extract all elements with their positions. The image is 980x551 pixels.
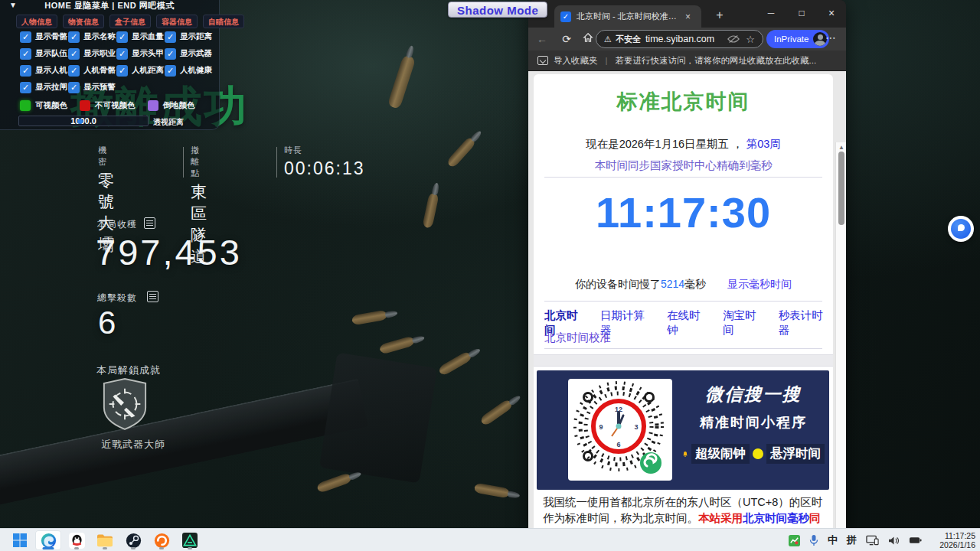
- speaker-tray-icon[interactable]: [888, 536, 900, 546]
- checkbox-show-switch[interactable]: ✓显示拉闸: [20, 81, 68, 93]
- harvest-value: 797,453: [96, 231, 242, 273]
- taskbar-green-triangle-app-button[interactable]: [177, 530, 203, 550]
- bullet-decoration: [387, 54, 416, 109]
- nav-time-calibration[interactable]: 北京时间校准: [544, 331, 611, 345]
- footer-paragraph: 我国统一使用首都北京所在的东八时区（UTC+8）的区时作为标准时间，称为北京时间…: [543, 494, 825, 528]
- checkbox-show-name[interactable]: ✓显示名称: [68, 31, 116, 43]
- bullet-decoration: [446, 136, 476, 169]
- sync-source-link[interactable]: 本时间同步国家授时中心精确到毫秒: [534, 158, 833, 173]
- new-tab-button[interactable]: +: [710, 6, 729, 24]
- eye-slash-icon[interactable]: [727, 34, 740, 44]
- back-icon[interactable]: ←: [534, 31, 550, 47]
- qr-code: 12 3 6 9: [568, 379, 672, 481]
- running-indicator: [103, 547, 107, 549]
- alarm-chip: 超级闹钟: [691, 444, 750, 464]
- tab-loot-info[interactable]: 物资信息: [63, 15, 104, 28]
- magazine-decoration: [319, 353, 437, 484]
- checkbox-bot-skeleton[interactable]: ✓人机骨骼: [68, 64, 116, 77]
- bullet-decoration: [316, 472, 353, 494]
- taskbar-clock[interactable]: 11:17:25 2026/1/16: [933, 531, 975, 549]
- checkbox-checked-icon: ✓: [116, 48, 128, 60]
- tray-date: 2026/1/16: [933, 540, 975, 549]
- url-text[interactable]: time.syiban.com: [645, 34, 727, 44]
- downed-color-swatch[interactable]: [148, 100, 158, 111]
- bookmarks-bar: 导入收藏夹 | 若要进行快速访问，请将你的网址收藏放在此收藏...: [528, 51, 846, 71]
- checkbox-show-armor[interactable]: ✓显示头甲: [116, 47, 165, 60]
- import-favorites-label[interactable]: 导入收藏夹: [554, 55, 598, 67]
- tab-aimbot-info[interactable]: 自瞄信息: [203, 15, 244, 28]
- minimize-button[interactable]: ─: [756, 0, 786, 26]
- battery-tray-icon[interactable]: [909, 536, 922, 545]
- checkbox-checked-icon: ✓: [165, 48, 176, 60]
- checkbox-checked-icon: ✓: [165, 31, 176, 43]
- checkbox-show-class[interactable]: ✓显示职业: [68, 47, 116, 60]
- checkbox-show-health[interactable]: ✓显示血量: [116, 31, 165, 43]
- inprivate-badge[interactable]: InPrivate: [766, 30, 829, 48]
- home-icon[interactable]: [580, 31, 596, 47]
- knife-decoration: [0, 379, 368, 510]
- tab-character-info[interactable]: 人物信息: [16, 15, 57, 28]
- checkbox-show-bots[interactable]: ✓显示人机: [20, 64, 68, 77]
- maximize-button[interactable]: □: [787, 0, 816, 26]
- nav-stopwatch[interactable]: 秒表计时器: [779, 308, 833, 337]
- checkbox-checked-icon: ✓: [68, 48, 80, 60]
- scroll-up-icon[interactable]: ▲: [836, 144, 846, 151]
- checkbox-show-team[interactable]: ✓显示队伍: [20, 47, 68, 60]
- floating-assistant-button[interactable]: [948, 216, 974, 242]
- wechat-qr-banner[interactable]: 12 3 6 9 微信搜一搜: [537, 370, 829, 490]
- taskbar: 中 拼 11:17:25 2026/1/16: [0, 528, 980, 551]
- shield-crosshair-knife-icon: [101, 378, 149, 430]
- taskbar-steam-button[interactable]: [120, 530, 146, 550]
- bullet-decoration: [351, 310, 388, 326]
- taskbar-explorer-button[interactable]: [92, 530, 118, 550]
- address-bar[interactable]: ⚠ 不安全 time.syiban.com ☆: [596, 30, 763, 48]
- settings-menu-icon[interactable]: ⋯: [825, 31, 836, 44]
- cast-monitor-tray-icon[interactable]: [866, 535, 879, 546]
- browser-tab[interactable]: ✓ 北京时间 - 北京时间校准精确到毫秒 ×: [554, 5, 701, 28]
- running-indicator: [188, 547, 192, 549]
- nav-taobao-time[interactable]: 淘宝时间: [723, 308, 766, 337]
- nav-online-clock[interactable]: 在线时钟: [667, 308, 710, 337]
- tab-container-info[interactable]: 容器信息: [156, 15, 198, 28]
- invisible-color-swatch[interactable]: [80, 100, 90, 111]
- tab-close-icon[interactable]: ×: [685, 11, 691, 22]
- close-button[interactable]: ×: [817, 0, 846, 26]
- system-tray: 中 拼: [789, 529, 922, 551]
- list-icon[interactable]: [147, 291, 158, 302]
- checkbox-show-skeleton[interactable]: ✓显示骨骼: [20, 31, 68, 43]
- taskbar-edge-button[interactable]: [35, 530, 61, 550]
- visible-color-swatch[interactable]: [20, 100, 31, 111]
- checkbox-checked-icon: ✓: [165, 65, 176, 77]
- duration-value: 00:06:13: [284, 158, 365, 179]
- refresh-icon[interactable]: ⟳: [559, 31, 574, 47]
- checkbox-show-distance[interactable]: ✓显示距离: [165, 31, 213, 43]
- tab-box-info[interactable]: 盒子信息: [109, 15, 151, 28]
- achievement-heading: 本局解鎖成就: [96, 364, 161, 377]
- ime-mode-indicator[interactable]: 拼: [847, 533, 857, 547]
- checkbox-show-weapon[interactable]: ✓显示武器: [165, 47, 213, 60]
- orange-app-icon: [154, 533, 170, 549]
- yellow-dot-icon: [753, 448, 763, 459]
- slider-knob[interactable]: [77, 119, 83, 124]
- checkbox-show-warning[interactable]: ✓显示预警: [68, 81, 116, 93]
- security-label[interactable]: 不安全: [616, 34, 641, 45]
- taskbar-orange-app-button[interactable]: [149, 530, 175, 550]
- taskbar-qq-button[interactable]: [64, 530, 90, 550]
- checkbox-bot-health[interactable]: ✓人机健康: [165, 64, 213, 77]
- show-milliseconds-link[interactable]: 显示毫秒时间: [727, 278, 792, 292]
- list-icon[interactable]: [144, 217, 155, 229]
- microphone-tray-icon[interactable]: [809, 534, 818, 546]
- week-number-link[interactable]: 第03周: [746, 138, 781, 150]
- checkbox-bot-distance[interactable]: ✓人机距离: [116, 64, 165, 77]
- scrollbar[interactable]: ▲ ▼: [835, 142, 846, 528]
- tab-strip: ∨ ✓ 北京时间 - 北京时间校准精确到毫秒 × + ─ □ ×: [528, 0, 846, 28]
- scrollbar-thumb[interactable]: [838, 152, 844, 225]
- running-indicator: [74, 547, 79, 549]
- tab-favicon-icon: ✓: [560, 11, 571, 22]
- favorite-star-icon[interactable]: ☆: [746, 34, 755, 45]
- ime-language-indicator[interactable]: 中: [828, 533, 838, 547]
- hardware-monitor-tray-icon[interactable]: [789, 535, 800, 546]
- checkbox-checked-icon: ✓: [116, 31, 128, 43]
- start-button[interactable]: [7, 530, 33, 550]
- esp-distance-slider[interactable]: 1000.0: [18, 116, 149, 126]
